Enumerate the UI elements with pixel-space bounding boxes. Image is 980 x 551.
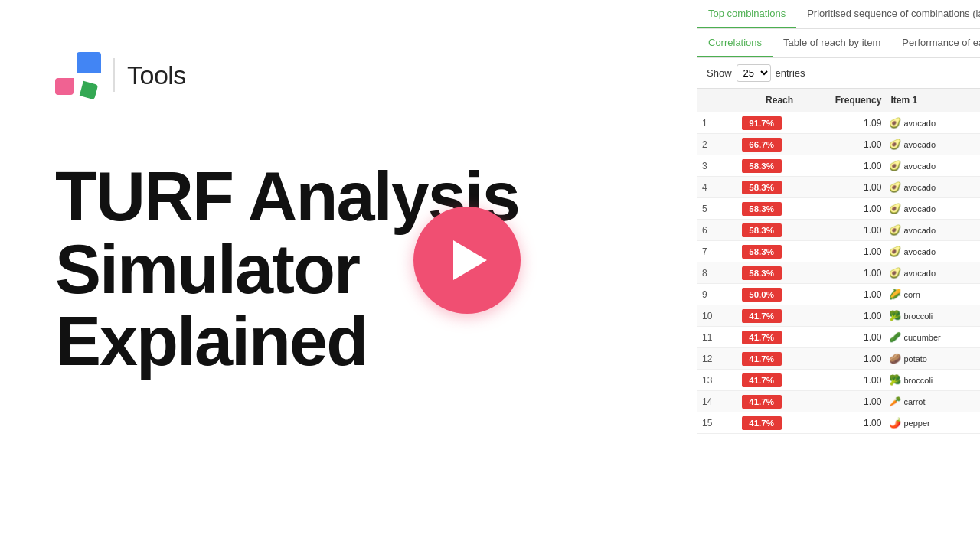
cell-frequency: 1.00 — [798, 348, 886, 370]
col-reach: Reach — [725, 89, 798, 112]
cell-reach: 58.3% — [725, 262, 798, 284]
reach-bar: 66.7% — [742, 138, 782, 152]
cell-item1: 🌽 corn — [886, 284, 980, 305]
reach-bar: 58.3% — [742, 245, 782, 259]
cell-frequency: 1.00 — [798, 220, 886, 241]
cell-item1: 🥑 avocado — [886, 155, 980, 177]
cell-item1: 🥑 avocado — [886, 134, 980, 155]
show-label: Show — [707, 67, 732, 79]
table-row: 1041.7%1.00 🥦 broccoli — [697, 305, 980, 327]
cell-frequency: 1.00 — [798, 412, 886, 434]
reach-bar: 58.3% — [742, 159, 782, 173]
cell-item1: 🥑 avocado — [886, 220, 980, 241]
logo-area: Tools — [55, 52, 186, 98]
table-row: 1541.7%1.00 🌶️ pepper — [697, 412, 980, 434]
left-panel: Tools TURF Analysis Simulator Explained — [0, 0, 697, 551]
tab-performance[interactable]: Performance of each ite... — [891, 29, 980, 57]
cell-item1: 🥑 avocado — [886, 262, 980, 284]
cell-frequency: 1.00 — [798, 284, 886, 305]
cell-reach: 41.7% — [725, 305, 798, 327]
results-table: Reach Frequency Item 1 191.7%1.09 🥑 avoc… — [697, 89, 980, 434]
cell-rank: 12 — [697, 348, 725, 370]
reach-bar: 41.7% — [742, 416, 782, 430]
reach-bar: 58.3% — [742, 202, 782, 216]
show-row: Show 25 10 50 entries — [697, 58, 980, 89]
reach-bar: 58.3% — [742, 181, 782, 194]
cell-rank: 4 — [697, 177, 725, 198]
cell-reach: 58.3% — [725, 155, 798, 177]
table-container[interactable]: Reach Frequency Item 1 191.7%1.09 🥑 avoc… — [697, 89, 980, 551]
table-row: 658.3%1.00 🥑 avocado — [697, 220, 980, 241]
cell-rank: 2 — [697, 134, 725, 155]
cell-frequency: 1.00 — [798, 155, 886, 177]
table-row: 1441.7%1.00 🥕 carrot — [697, 391, 980, 412]
tab-top-combinations[interactable]: Top combinations — [697, 0, 796, 28]
table-row: 858.3%1.00 🥑 avocado — [697, 262, 980, 284]
cell-rank: 14 — [697, 391, 725, 412]
cell-frequency: 1.00 — [798, 134, 886, 155]
cell-item1: 🥑 avocado — [886, 177, 980, 198]
cell-frequency: 1.00 — [798, 391, 886, 412]
tabs-row-2: Correlations Table of reach by item Perf… — [697, 29, 980, 58]
play-icon — [453, 240, 487, 280]
table-row: 1141.7%1.00 🥒 cucumber — [697, 327, 980, 348]
table-row: 266.7%1.00 🥑 avocado — [697, 134, 980, 155]
cell-item1: 🥕 carrot — [886, 391, 980, 412]
cell-reach: 91.7% — [725, 112, 798, 134]
cell-rank: 7 — [697, 241, 725, 262]
tab-table-of-reach[interactable]: Table of reach by item — [773, 29, 891, 57]
cell-frequency: 1.00 — [798, 198, 886, 220]
table-header-row: Reach Frequency Item 1 — [697, 89, 980, 112]
reach-bar: 41.7% — [742, 395, 782, 409]
cell-reach: 41.7% — [725, 412, 798, 434]
table-row: 1341.7%1.00 🥦 broccoli — [697, 370, 980, 391]
tab-prioritised-sequence[interactable]: Prioritised sequence of combinations (la… — [796, 0, 980, 28]
cell-reach: 41.7% — [725, 348, 798, 370]
cell-reach: 58.3% — [725, 177, 798, 198]
cell-rank: 13 — [697, 370, 725, 391]
table-row: 458.3%1.00 🥑 avocado — [697, 177, 980, 198]
reach-bar: 41.7% — [742, 373, 782, 387]
cell-reach: 41.7% — [725, 327, 798, 348]
logo-divider — [113, 58, 115, 92]
brand-logo-icon — [55, 52, 101, 98]
cell-reach: 58.3% — [725, 198, 798, 220]
cell-reach: 41.7% — [725, 370, 798, 391]
reach-bar: 58.3% — [742, 266, 782, 280]
play-button[interactable] — [413, 207, 521, 314]
reach-bar: 41.7% — [742, 352, 782, 366]
reach-bar: 50.0% — [742, 288, 782, 302]
cell-rank: 8 — [697, 262, 725, 284]
cell-rank: 6 — [697, 220, 725, 241]
table-row: 1241.7%1.00 🥔 potato — [697, 348, 980, 370]
cell-item1: 🥔 potato — [886, 348, 980, 370]
cell-item1: 🥑 avocado — [886, 112, 980, 134]
table-row: 191.7%1.09 🥑 avocado — [697, 112, 980, 134]
cell-frequency: 1.00 — [798, 327, 886, 348]
cell-frequency: 1.00 — [798, 241, 886, 262]
cell-item1: 🥒 cucumber — [886, 327, 980, 348]
cell-rank: 9 — [697, 284, 725, 305]
logo-text: Tools — [127, 60, 186, 90]
show-select[interactable]: 25 10 50 — [737, 64, 771, 82]
cell-frequency: 1.00 — [798, 305, 886, 327]
reach-bar: 41.7% — [742, 331, 782, 344]
table-row: 358.3%1.00 🥑 avocado — [697, 155, 980, 177]
tabs-row-1: Top combinations Prioritised sequence of… — [697, 0, 980, 29]
cell-item1: 🥦 broccoli — [886, 305, 980, 327]
tab-correlations[interactable]: Correlations — [697, 29, 773, 57]
cell-rank: 5 — [697, 198, 725, 220]
reach-bar: 58.3% — [742, 223, 782, 237]
reach-bar: 91.7% — [742, 116, 782, 130]
col-frequency: Frequency — [798, 89, 886, 112]
col-item1: Item 1 — [886, 89, 980, 112]
cell-reach: 66.7% — [725, 134, 798, 155]
right-panel: Top combinations Prioritised sequence of… — [697, 0, 980, 551]
cell-rank: 3 — [697, 155, 725, 177]
table-row: 758.3%1.00 🥑 avocado — [697, 241, 980, 262]
cell-reach: 50.0% — [725, 284, 798, 305]
cell-frequency: 1.00 — [798, 370, 886, 391]
cell-rank: 1 — [697, 112, 725, 134]
cell-item1: 🌶️ pepper — [886, 412, 980, 434]
table-row: 950.0%1.00 🌽 corn — [697, 284, 980, 305]
